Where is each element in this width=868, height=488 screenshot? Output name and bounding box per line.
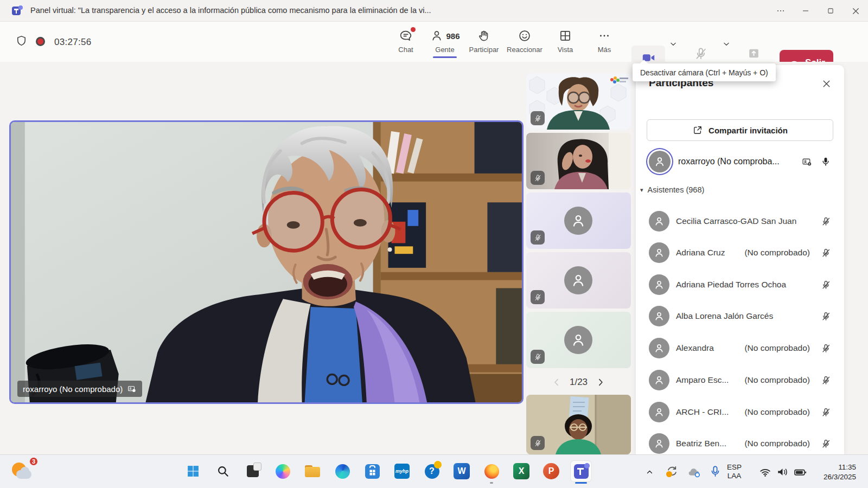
maximize-button[interactable]: [818, 0, 843, 22]
tab-view[interactable]: Vista: [546, 24, 585, 59]
mic-muted-badge-icon: [531, 436, 545, 450]
mic-muted-icon[interactable]: [821, 343, 831, 354]
main-video-tile[interactable]: roxarroyo (No comprobado): [9, 120, 524, 404]
teams-app-icon: [12, 5, 23, 16]
attendee-row[interactable]: ARCH - CRI...(No comprobado): [636, 396, 844, 428]
attendee-row[interactable]: Adriana Cruz(No comprobado): [636, 237, 844, 268]
person-avatar-icon: [649, 242, 669, 263]
taskbar-task-view-icon[interactable]: [242, 461, 263, 481]
tab-react[interactable]: Reaccionar: [503, 24, 546, 59]
tray-battery-icon[interactable]: [793, 465, 807, 479]
collapse-triangle-icon: ▾: [640, 187, 643, 194]
person-avatar-icon: [649, 306, 669, 326]
prev-page-icon[interactable]: [551, 377, 562, 388]
video-thumbnail-4[interactable]: [526, 252, 631, 309]
meeting-stage: roxarroyo (No comprobado): [0, 62, 868, 454]
camera-chevron-icon[interactable]: [668, 39, 678, 49]
tab-raise-hand[interactable]: Participar: [464, 24, 503, 59]
main-video-feed: [11, 122, 522, 402]
video-thumbnail-5[interactable]: [526, 312, 631, 368]
mic-muted-icon[interactable]: [821, 248, 831, 258]
taskbar-copilot-icon[interactable]: [272, 461, 293, 481]
share-invitation-button[interactable]: Compartir invitación: [647, 119, 833, 141]
titlebar-more-button[interactable]: [768, 0, 793, 22]
mic-muted-icon[interactable]: [821, 216, 831, 227]
attendee-row[interactable]: Adriana Piedad Torres Ochoa: [636, 269, 844, 300]
mic-muted-icon[interactable]: [821, 280, 831, 290]
participants-panel: Participantes Compartir invitación roxar…: [636, 65, 844, 454]
taskbar-powerpoint-icon[interactable]: P: [541, 461, 561, 481]
person-avatar-icon: [649, 338, 669, 358]
shield-icon[interactable]: [15, 35, 28, 47]
attendee-row[interactable]: Cecilia Carrasco-GAD San Juan: [636, 206, 844, 237]
page-indicator: 1/23: [570, 377, 588, 388]
taskbar-myhp-icon[interactable]: myhp: [392, 461, 412, 481]
attendee-row[interactable]: Alexandra(No comprobado): [636, 332, 844, 364]
attendees-section-header[interactable]: ▾ Asistentes (968): [640, 185, 704, 194]
video-thumbnail-6[interactable]: [526, 395, 631, 454]
organizer-id-card-icon[interactable]: [801, 156, 813, 168]
tab-more[interactable]: Más: [585, 24, 624, 59]
notification-count-badge: 3: [29, 457, 39, 466]
taskbar-word-icon[interactable]: W: [451, 461, 472, 481]
mic-muted-badge-icon: [531, 350, 545, 364]
video-id-icon: [127, 384, 137, 394]
mic-muted-icon[interactable]: [821, 407, 831, 418]
chat-notification-dot: [411, 27, 416, 32]
taskbar-help-icon[interactable]: ?: [422, 461, 442, 481]
tray-time: 11:35: [824, 463, 856, 472]
running-indicator: [490, 482, 493, 484]
attendee-row[interactable]: Beatriz Ben...(No comprobado): [636, 428, 844, 454]
tray-date: 26/3/2025: [824, 472, 856, 482]
mic-muted-badge-icon: [531, 171, 545, 185]
taskbar-firefox-icon[interactable]: [481, 461, 502, 481]
tab-people[interactable]: 986 Gente: [425, 24, 464, 59]
attendee-row[interactable]: Amparo Esc...(No comprobado): [636, 364, 844, 396]
organizer-avatar: [649, 151, 671, 172]
taskbar-file-explorer-icon[interactable]: [302, 461, 323, 481]
microphone-chevron-icon[interactable]: [722, 39, 731, 49]
person-avatar-icon: [649, 402, 669, 422]
avatar-placeholder: [564, 266, 592, 294]
camera-tooltip: Desactivar cámara (Ctrl + Mayús + O): [633, 63, 776, 81]
mic-muted-icon[interactable]: [821, 375, 831, 386]
desktop: Panel virtual: "La transparencia y el ac…: [0, 0, 868, 488]
video-thumbnail-1[interactable]: [526, 73, 631, 130]
participant-row-organizer[interactable]: roxarroyo (No comproba...: [649, 151, 831, 172]
panel-close-icon[interactable]: [821, 78, 832, 89]
taskbar-excel-icon[interactable]: X: [511, 461, 532, 481]
minimize-button[interactable]: [793, 0, 818, 22]
organizer-mic-icon[interactable]: [820, 156, 831, 167]
tray-show-hidden-icon[interactable]: [644, 467, 655, 477]
next-page-icon[interactable]: [595, 377, 606, 388]
tray-wifi-icon[interactable]: [758, 465, 772, 479]
attendee-row[interactable]: Alba Lorena Jalón Garcés: [636, 300, 844, 332]
avatar-placeholder: [564, 207, 592, 235]
organizer-name: roxarroyo (No comproba...: [678, 157, 780, 166]
avatar-placeholder: [564, 326, 592, 354]
window-titlebar: Panel virtual: "La transparencia y el ac…: [0, 0, 868, 22]
tray-microphone-icon[interactable]: [709, 465, 722, 478]
window-title: Panel virtual: "La transparencia y el ac…: [30, 6, 431, 15]
tray-onedrive-icon[interactable]: [687, 465, 701, 479]
meeting-toolbar: 03:27:56 Chat 986 Gente Participar Reacc…: [0, 22, 868, 62]
video-thumbnail-3[interactable]: [526, 192, 631, 249]
tray-clock[interactable]: 11:35 26/3/2025: [824, 463, 856, 481]
taskbar-search-icon[interactable]: [213, 461, 233, 481]
taskbar-weather-widget[interactable]: 3: [11, 460, 35, 483]
person-avatar-icon: [649, 433, 669, 454]
tab-chat[interactable]: Chat: [386, 24, 425, 59]
tray-language-indicator[interactable]: ESP LAA: [727, 463, 742, 480]
taskbar-store-icon[interactable]: [362, 461, 382, 481]
active-app-indicator: [575, 482, 587, 484]
tray-volume-icon[interactable]: [776, 465, 789, 479]
mic-muted-icon[interactable]: [821, 311, 831, 322]
taskbar-start-button[interactable]: [183, 461, 203, 481]
taskbar-teams-icon[interactable]: [571, 461, 591, 481]
close-button[interactable]: [843, 0, 868, 22]
mic-muted-icon[interactable]: [821, 439, 831, 449]
taskbar-edge-icon[interactable]: [332, 461, 353, 481]
tray-sync-icon[interactable]: [665, 464, 679, 478]
main-video-name-label: roxarroyo (No comprobado): [17, 381, 142, 397]
video-thumbnail-2[interactable]: [526, 133, 631, 189]
